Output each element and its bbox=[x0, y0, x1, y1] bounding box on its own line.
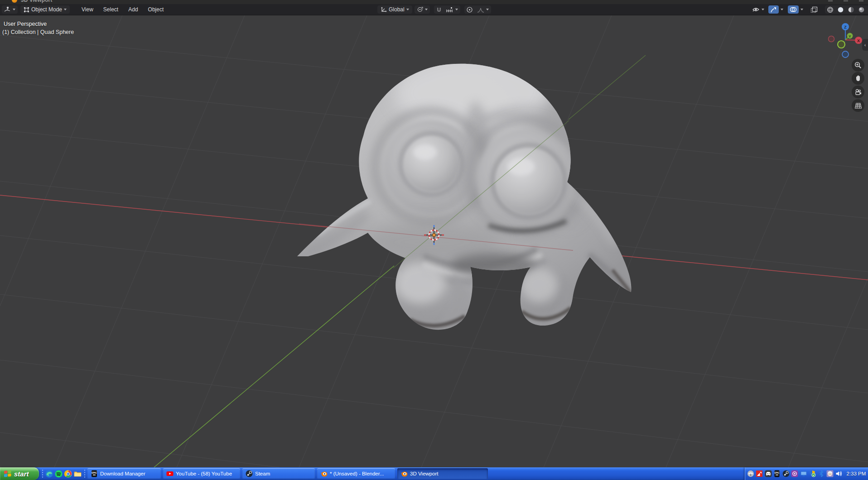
maximize-icon[interactable] bbox=[844, 0, 848, 1]
3d-viewport[interactable]: Z Y X User Perspective (1) Collection | … bbox=[0, 15, 868, 467]
gizmo-arrow-icon bbox=[770, 6, 777, 13]
show-gizmo-button[interactable] bbox=[768, 5, 779, 14]
steam-icon[interactable] bbox=[782, 470, 790, 477]
display-icon[interactable] bbox=[800, 470, 807, 477]
window-titlebar[interactable]: 3D Viewport bbox=[0, 0, 868, 4]
object-visibility-dropdown[interactable] bbox=[750, 5, 767, 14]
chevron-down-icon[interactable] bbox=[781, 9, 783, 10]
solid-sphere-icon bbox=[837, 6, 844, 13]
toggle-ortho-button[interactable] bbox=[852, 99, 864, 112]
minimize-icon[interactable] bbox=[828, 0, 833, 1]
task-label: Download Manager bbox=[100, 471, 145, 476]
start-button[interactable]: start bbox=[0, 467, 39, 480]
menu-object[interactable]: Object bbox=[145, 6, 168, 13]
task-label: * (Unsaved) - Blender... bbox=[330, 471, 384, 476]
task-3d-viewport[interactable]: 3D Viewport bbox=[397, 468, 488, 479]
viewport-overlay-text: User Perspective (1) Collection | Quad S… bbox=[4, 21, 74, 36]
sidebar-expand-tab[interactable]: ‹ bbox=[862, 39, 868, 51]
close-icon[interactable] bbox=[859, 0, 863, 1]
blender-logo-icon bbox=[12, 0, 17, 3]
chevron-down-icon bbox=[406, 9, 409, 10]
shading-rendered-button[interactable] bbox=[856, 5, 867, 14]
zoom-icon bbox=[854, 62, 862, 69]
active-object-label: (1) Collection | Quad Sphere bbox=[2, 29, 74, 36]
snap-toggle-button[interactable] bbox=[434, 5, 444, 14]
proportional-editing-button[interactable] bbox=[464, 5, 475, 14]
chevron-down-icon bbox=[455, 9, 458, 10]
taskband-handle[interactable] bbox=[84, 469, 86, 478]
task-blender-unsaved[interactable]: * (Unsaved) - Blender... bbox=[317, 468, 395, 479]
task-youtube[interactable]: YouTube - (58) YouTube bbox=[163, 468, 240, 479]
shading-wireframe-button[interactable] bbox=[825, 5, 835, 14]
chevron-down-icon bbox=[425, 9, 428, 10]
avatar-icon[interactable] bbox=[826, 470, 834, 477]
info-orb-icon[interactable]: i bbox=[747, 470, 754, 477]
desktop: 3D Viewport Object M bbox=[0, 0, 868, 480]
task-label: Steam bbox=[255, 471, 270, 476]
snap-increment-icon bbox=[446, 7, 453, 13]
editor-type-button[interactable] bbox=[2, 5, 18, 14]
bluetooth-icon[interactable] bbox=[818, 470, 825, 477]
hand-icon bbox=[854, 75, 862, 82]
taskbar: start EPIC bbox=[0, 467, 868, 480]
pivot-point-icon bbox=[417, 6, 423, 13]
system-tray: i EPIC bbox=[745, 467, 868, 480]
blender-icon bbox=[400, 470, 408, 477]
folder-icon[interactable] bbox=[74, 470, 82, 478]
edge-icon[interactable] bbox=[45, 470, 53, 478]
gizmo-negx-ball[interactable] bbox=[829, 36, 834, 42]
svg-text:EPIC: EPIC bbox=[92, 471, 97, 474]
gizmo-negy-ball[interactable] bbox=[838, 41, 845, 48]
menu-select[interactable]: Select bbox=[100, 6, 122, 13]
grid-icon bbox=[854, 102, 862, 109]
menu-view[interactable]: View bbox=[78, 6, 97, 13]
zoom-tool-button[interactable] bbox=[852, 59, 864, 72]
pan-tool-button[interactable] bbox=[852, 72, 864, 85]
view-perspective-label: User Perspective bbox=[4, 21, 74, 28]
shading-solid-button[interactable] bbox=[835, 5, 846, 14]
xray-toggle-button[interactable] bbox=[809, 5, 820, 14]
volume-icon[interactable] bbox=[835, 470, 843, 477]
chevron-down-icon bbox=[762, 9, 764, 10]
mail-at-icon[interactable] bbox=[791, 470, 798, 477]
eye-icon bbox=[752, 6, 760, 13]
menu-add[interactable]: Add bbox=[125, 6, 141, 13]
show-overlays-button[interactable] bbox=[788, 5, 799, 14]
rendered-sphere-icon bbox=[858, 6, 865, 13]
chevron-down-icon[interactable] bbox=[800, 9, 803, 10]
steam-icon bbox=[246, 470, 253, 477]
viewport-header: Object Mode View Select Add Object Globa… bbox=[0, 4, 868, 15]
camera-view-button[interactable] bbox=[852, 86, 864, 98]
mode-dropdown[interactable]: Object Mode bbox=[20, 5, 70, 14]
scene-canvas[interactable]: Z Y X bbox=[0, 15, 868, 467]
security-shield-icon[interactable] bbox=[809, 470, 816, 477]
camera-icon bbox=[854, 89, 862, 96]
epic-games-icon: EPIC bbox=[91, 470, 98, 477]
overlays-icon bbox=[790, 6, 797, 13]
spotify-icon[interactable] bbox=[55, 470, 63, 478]
task-download-manager[interactable]: EPIC Download Manager bbox=[87, 468, 161, 479]
blender-icon bbox=[320, 470, 328, 477]
chevron-down-icon bbox=[13, 9, 15, 10]
chevron-down-icon bbox=[486, 9, 489, 10]
epic-games-icon[interactable]: EPIC bbox=[773, 470, 781, 477]
mode-label: Object Mode bbox=[31, 6, 62, 13]
falloff-curve-icon bbox=[477, 7, 484, 13]
task-steam[interactable]: Steam bbox=[242, 468, 315, 479]
task-label: 3D Viewport bbox=[410, 471, 438, 476]
svg-text:i: i bbox=[750, 473, 751, 477]
gizmo-negz-ball[interactable] bbox=[842, 51, 849, 58]
amd-icon[interactable] bbox=[756, 470, 763, 477]
discord-icon[interactable] bbox=[765, 470, 772, 477]
youtube-icon bbox=[166, 470, 174, 477]
proportional-falloff-dropdown[interactable] bbox=[475, 5, 491, 14]
transform-orientation-dropdown[interactable]: Global bbox=[377, 5, 412, 14]
orientation-axes-icon bbox=[381, 7, 387, 13]
chrome-icon[interactable] bbox=[64, 470, 72, 478]
snap-settings-dropdown[interactable] bbox=[444, 5, 460, 14]
xray-icon bbox=[810, 6, 818, 13]
quick-launch-handle[interactable] bbox=[42, 469, 43, 478]
pivot-point-dropdown[interactable] bbox=[415, 5, 430, 14]
shading-material-button[interactable] bbox=[846, 5, 856, 14]
chevron-down-icon bbox=[64, 9, 67, 10]
